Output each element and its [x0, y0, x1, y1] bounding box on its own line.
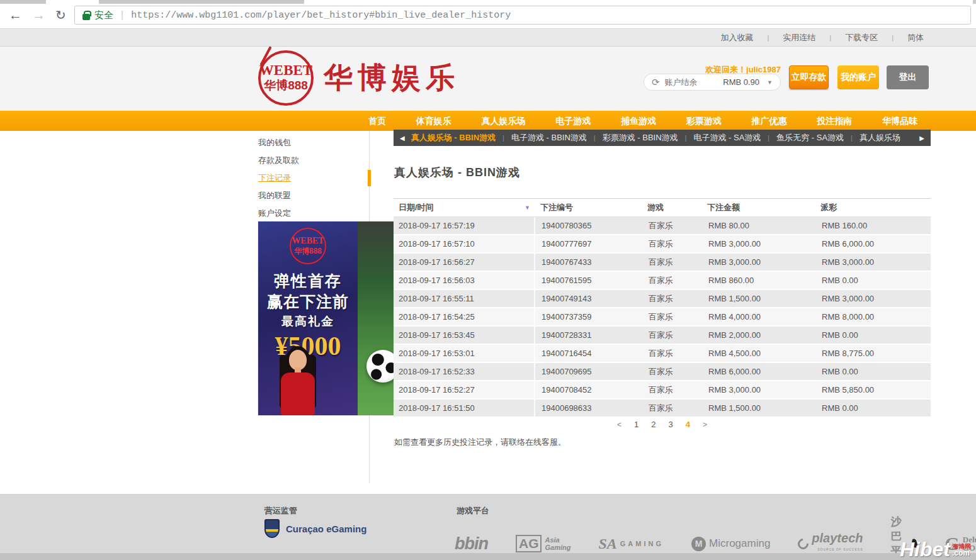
banner-logo-sub: 华博888 [294, 246, 322, 257]
cell-bet-number: 19400780365 [535, 217, 642, 234]
tabs-scroll-left-icon[interactable]: ◀ [394, 135, 411, 142]
cell-payout: RMB 3,000.00 [815, 254, 931, 271]
cell-game: 百家乐 [642, 345, 702, 362]
divider: | [767, 34, 769, 42]
sidebar-item-my-affiliate[interactable]: 我的联盟 [258, 187, 369, 204]
pagination-page-3[interactable]: 3 [669, 420, 673, 429]
column-header-bet-amount[interactable]: 下注金额 [702, 202, 815, 213]
nav-item-home[interactable]: 首页 [368, 111, 386, 131]
content-area: 我的钱包 存款及取款 下注记录 我的联盟 账户设定 WEBET 华博888 [0, 131, 976, 494]
browser-back-button[interactable]: ← [9, 6, 22, 24]
balance-box[interactable]: ⟳ 账户结余 RMB 0.90 ▼ [644, 74, 781, 91]
platform-logo-asia-gaming[interactable]: AG Asia Gaming [516, 535, 570, 552]
nav-item-slots[interactable]: 电子游戏 [555, 111, 591, 131]
history-contact-note: 如需查看更多历史投注记录，请联络在线客服。 [394, 437, 566, 448]
table-row: 2018-09-17 16:56:03 19400761595 百家乐 RMB … [394, 272, 931, 290]
pagination-prev[interactable]: < [617, 420, 621, 429]
cell-bet-amount: RMB 4,000.00 [702, 308, 815, 325]
playtech-swirl-icon [796, 536, 811, 551]
cell-bet-number: 19400767433 [535, 254, 642, 271]
balance-refresh-icon[interactable]: ⟳ [652, 77, 660, 88]
cell-bet-number: 19400709695 [535, 363, 642, 380]
cell-game: 百家乐 [642, 217, 702, 234]
divider: | [685, 134, 687, 142]
nav-item-promotions[interactable]: 推广优惠 [752, 111, 787, 131]
divider: | [829, 34, 831, 42]
column-header-payout[interactable]: 派彩 [815, 202, 931, 213]
balance-value: RMB 0.90 [723, 77, 759, 87]
link-download-zone[interactable]: 下载专区 [845, 32, 878, 43]
site-logo[interactable]: WEBET 华博888 华博娱乐 [258, 50, 460, 106]
sort-descending-icon[interactable]: ▼ [525, 204, 530, 211]
pagination-page-2[interactable]: 2 [651, 420, 655, 429]
link-add-favorite[interactable]: 加入收藏 [720, 32, 753, 43]
sidebar-item-deposit-withdraw[interactable]: 存款及取款 [258, 152, 369, 169]
playtech-text: playtech [812, 532, 863, 544]
tabs-scroll-right-icon[interactable]: ▶ [913, 135, 931, 142]
browser-address-bar: ← → ↻ 安全 | https://www.wbg1101.com/playe… [0, 0, 976, 29]
column-header-label: 日期/时间 [399, 202, 434, 213]
platform-logo-playtech[interactable]: playtech SOURCE OF SUCCESS [798, 532, 863, 555]
tab-live-truncated[interactable]: 真人娱乐场 [860, 132, 900, 143]
deposit-button[interactable]: 立即存款 [789, 65, 829, 89]
cell-payout: RMB 0.00 [815, 400, 931, 417]
page-title: 真人娱乐场 - BBIN游戏 [394, 165, 520, 180]
url-field[interactable]: 安全 | https://www.wbg1101.com/player/bet_… [74, 6, 971, 25]
logout-button[interactable]: 登出 [887, 65, 929, 89]
table-header-row: 日期/时间 ▼ 下注编号 游戏 下注金额 派彩 [394, 198, 931, 217]
curacao-egaming-logo[interactable]: Curaçao eGaming [264, 519, 366, 538]
banner-logo-main: WEBET [292, 236, 324, 246]
column-header-datetime[interactable]: 日期/时间 ▼ [394, 202, 535, 213]
tab-slots-sa[interactable]: 电子游戏 - SA游戏 [693, 132, 761, 143]
cell-payout: RMB 3,000.00 [815, 290, 931, 307]
divider: | [594, 134, 596, 142]
nav-item-lottery[interactable]: 彩票游戏 [686, 111, 722, 131]
nav-item-sports[interactable]: 体育娱乐 [416, 111, 451, 131]
nav-item-brand[interactable]: 华博品味 [882, 111, 917, 131]
cell-payout: RMB 8,000.00 [815, 308, 931, 325]
bbin-logo-text: bbin [455, 534, 488, 554]
sidebar-item-my-wallet[interactable]: 我的钱包 [258, 134, 369, 152]
column-header-game[interactable]: 游戏 [642, 202, 702, 213]
cell-bet-amount: RMB 4,500.00 [702, 345, 815, 362]
cell-bet-amount: RMB 3,000.00 [702, 235, 815, 252]
pagination-page-4-current[interactable]: 4 [686, 420, 690, 429]
chevron-down-icon[interactable]: ▼ [767, 79, 773, 86]
tab-fishing-sa[interactable]: 鱼乐无穷 - SA游戏 [776, 132, 844, 143]
page: ← → ↻ 安全 | https://www.wbg1101.com/playe… [0, 0, 976, 560]
pagination-next[interactable]: > [703, 420, 707, 429]
sidebar-item-bet-history[interactable]: 下注记录 [258, 169, 369, 187]
tab-slots-bbin[interactable]: 电子游戏 - BBIN游戏 [511, 132, 587, 143]
nav-item-betting-guide[interactable]: 投注指南 [817, 111, 852, 131]
link-useful-links[interactable]: 实用连结 [783, 32, 815, 43]
hibet-watermark: Hibet 海博网 .com [900, 540, 971, 559]
link-simplified-chinese[interactable]: 简体 [907, 32, 924, 43]
cell-game: 百家乐 [642, 254, 702, 271]
pagination-page-1[interactable]: 1 [634, 420, 638, 429]
banner-model-image [270, 346, 326, 415]
cell-datetime: 2018-09-17 16:52:27 [394, 381, 535, 398]
cell-payout: RMB 160.00 [815, 217, 931, 234]
column-header-bet-number[interactable]: 下注编号 [535, 202, 642, 213]
cell-bet-amount: RMB 2,000.00 [702, 327, 815, 344]
tab-lottery-bbin[interactable]: 彩票游戏 - BBIN游戏 [603, 132, 678, 143]
cell-bet-amount: RMB 80.00 [702, 217, 815, 234]
browser-forward-button[interactable]: → [32, 6, 45, 24]
cell-bet-number: 19400728331 [535, 327, 642, 344]
tab-live-bbin[interactable]: 真人娱乐场 - BBIN游戏 [411, 132, 496, 143]
platform-logo-bbin[interactable]: bbin [455, 534, 488, 554]
promo-banner[interactable]: WEBET 华博888 弹性首存 赢在下注前 最高礼金 ¥5000 全 体 [258, 221, 415, 415]
cell-game: 百家乐 [642, 327, 702, 344]
cell-payout: RMB 8,775.00 [815, 345, 931, 362]
platform-logo-microgaming[interactable]: M Microgaming [691, 537, 770, 551]
platform-logo-sa-gaming[interactable]: SA GAMING [598, 535, 664, 552]
sidebar-item-account-settings[interactable]: 账户设定 [258, 204, 369, 222]
browser-refresh-button[interactable]: ↻ [55, 8, 66, 23]
logo-circle-icon: WEBET 华博888 [258, 50, 314, 106]
nav-item-live-casino[interactable]: 真人娱乐场 [482, 111, 526, 131]
nav-item-fishing[interactable]: 捕鱼游戏 [621, 111, 656, 131]
cell-bet-amount: RMB 1,500.00 [702, 400, 815, 417]
my-account-button[interactable]: 我的账户 [837, 65, 879, 89]
table-row: 2018-09-17 16:52:27 19400708452 百家乐 RMB … [394, 381, 931, 400]
microgaming-m-icon: M [691, 537, 706, 551]
